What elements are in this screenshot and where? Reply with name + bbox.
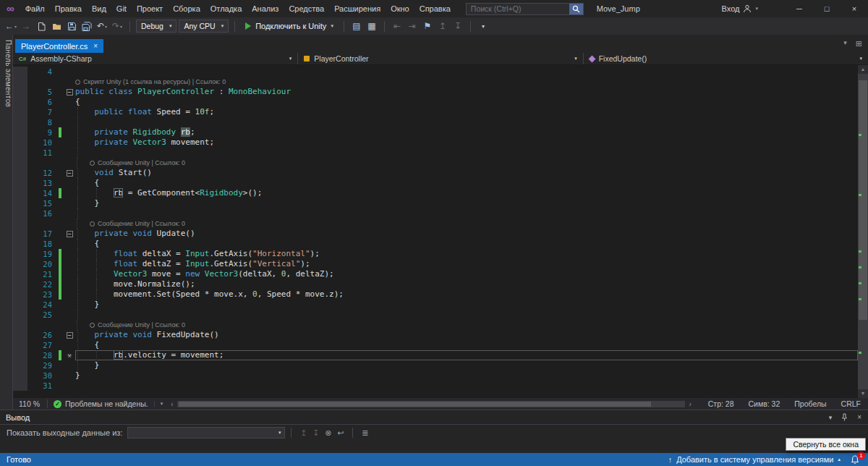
health-indicator-caret-icon[interactable]: ▾ [154, 401, 169, 407]
code-lines[interactable]: 4Скрипт Unity (1 ссылка на ресурсы) | Сс… [13, 65, 858, 398]
code-line[interactable]: 5−public class PlayerController : MonoBe… [13, 87, 858, 97]
window-layout-icon[interactable]: ⊞ [856, 39, 862, 48]
breakpoint-margin[interactable] [13, 381, 27, 391]
collapse-region-icon[interactable]: − [67, 89, 73, 96]
breakpoint-margin[interactable] [13, 370, 27, 381]
breakpoint-margin[interactable] [13, 259, 27, 269]
breakpoint-margin[interactable] [13, 168, 27, 178]
breakpoint-margin[interactable] [13, 239, 27, 249]
menu-item[interactable]: Анализ [247, 0, 284, 17]
tab-close-icon[interactable]: × [93, 43, 98, 50]
code-line[interactable]: 26− private void FixedUpdate() [13, 330, 858, 340]
problems-indicator[interactable]: ✓ Проблемы не найдены. [47, 399, 154, 408]
scroll-down-icon[interactable]: ▼ [861, 389, 866, 398]
fold-margin[interactable] [64, 188, 75, 198]
clear-all-icon[interactable]: ⊗ [322, 428, 334, 438]
codelens-row[interactable]: Сообщение Unity | Ссылок: 0 [13, 158, 858, 168]
code-line[interactable]: 20 float deltaZ = Input.GetAxis("Vertica… [13, 259, 858, 269]
word-wrap-icon[interactable]: ↩ [334, 428, 346, 438]
hscrollbar-thumb[interactable] [179, 402, 652, 407]
scroll-up-icon[interactable]: ▲ [861, 65, 866, 74]
save-icon[interactable] [65, 19, 78, 33]
cursor-line-indicator[interactable]: Стр: 28 [708, 399, 734, 408]
fold-margin[interactable] [64, 360, 75, 370]
line-ending-indicator[interactable]: CRLF [841, 399, 861, 408]
hscroll-right-icon[interactable]: › [686, 400, 693, 408]
quick-actions-icon[interactable]: ⚒ [67, 350, 71, 360]
search-input[interactable] [467, 4, 569, 14]
fold-margin[interactable] [64, 208, 75, 219]
project-dropdown[interactable]: C# Assembly-CSharp ▾ [13, 53, 298, 64]
attach-to-unity-button[interactable]: Подключить к Unity ▾ [241, 19, 338, 33]
properties-window-icon[interactable]: ▦ [365, 19, 378, 33]
close-output-icon[interactable]: × [857, 413, 861, 421]
menu-item[interactable]: Проект [132, 0, 168, 17]
scrollbar-track[interactable] [858, 74, 868, 389]
code-line[interactable]: 15 } [13, 198, 858, 208]
breakpoint-margin[interactable] [13, 67, 27, 77]
output-source-select[interactable]: ▾ [127, 427, 285, 439]
menu-item[interactable]: Правка [50, 0, 87, 17]
codelens-text[interactable]: Сообщение Unity | Ссылок: 0 [98, 159, 185, 166]
toolbar-overflow-icon[interactable]: ▾ [477, 19, 490, 33]
fold-margin[interactable] [64, 289, 75, 300]
platform-select[interactable]: Any CPU ▾ [179, 20, 229, 33]
breakpoint-margin[interactable] [13, 229, 27, 239]
code-line[interactable]: 11 [13, 148, 858, 158]
fold-margin[interactable]: − [64, 87, 75, 97]
quick-search[interactable] [466, 3, 584, 15]
code-line[interactable]: 27 { [13, 340, 858, 350]
fold-margin[interactable] [64, 137, 75, 148]
debug-configuration-select[interactable]: Debug ▾ [136, 20, 176, 33]
fold-margin[interactable] [64, 127, 75, 137]
menu-item[interactable]: Сборка [168, 0, 205, 17]
save-all-icon[interactable] [80, 19, 93, 33]
codelens-row[interactable]: Скрипт Unity (1 ссылка на ресурсы) | Ссы… [13, 77, 858, 87]
fold-margin[interactable] [64, 300, 75, 310]
breakpoint-margin[interactable] [13, 107, 27, 117]
fold-margin[interactable] [64, 67, 75, 77]
fold-margin[interactable] [64, 259, 75, 269]
breakpoint-margin[interactable] [13, 137, 27, 148]
breakpoint-margin[interactable] [13, 158, 27, 168]
collapse-region-icon[interactable]: − [67, 170, 73, 177]
breakpoint-margin[interactable] [13, 219, 27, 229]
close-button[interactable]: × [841, 0, 868, 17]
menu-item[interactable]: Git [111, 0, 132, 17]
fold-margin[interactable] [64, 158, 75, 168]
fold-margin[interactable] [64, 117, 75, 127]
minimize-button[interactable]: ─ [786, 0, 813, 17]
menu-item[interactable]: Файл [20, 0, 50, 17]
code-line[interactable]: 10 private Vector3 movement; [13, 137, 858, 148]
codelens-text[interactable]: Сообщение Unity | Ссылок: 0 [98, 220, 185, 227]
codelens-row[interactable]: Сообщение Unity | Ссылок: 0 [13, 320, 858, 330]
code-line[interactable]: 23 movement.Set(Speed * move.x, 0, Speed… [13, 289, 858, 300]
add-to-source-control-button[interactable]: ↑ Добавить в систему управления версиями… [668, 455, 841, 464]
breakpoint-margin[interactable] [13, 330, 27, 340]
fold-margin[interactable] [64, 107, 75, 117]
output-options-caret-icon[interactable]: ▾ [829, 414, 833, 421]
restore-button[interactable]: □ [813, 0, 841, 17]
fold-margin[interactable]: − [64, 229, 75, 239]
menu-item[interactable]: Вид [87, 0, 111, 17]
hscroll-left-icon[interactable]: ‹ [169, 400, 175, 408]
code-line[interactable]: 4 [13, 67, 858, 77]
breakpoint-margin[interactable] [13, 198, 27, 208]
next-bookmark-icon[interactable]: ↧ [451, 19, 464, 33]
tab-playercontroller[interactable]: PlayerController.cs × [15, 39, 103, 53]
indentation-indicator[interactable]: Пробелы [794, 399, 826, 408]
cursor-column-indicator[interactable]: Симв: 32 [749, 399, 780, 408]
fold-margin[interactable]: − [64, 330, 75, 340]
previous-bookmark-icon[interactable]: ↥ [436, 19, 449, 33]
breakpoint-margin[interactable] [13, 360, 27, 370]
code-line[interactable]: 9 private Rigidbody rb; [13, 127, 858, 137]
code-line[interactable]: 7 public float Speed = 10f; [13, 107, 858, 117]
fold-margin[interactable] [64, 320, 75, 330]
breakpoint-margin[interactable] [13, 279, 27, 289]
output-content[interactable] [0, 441, 868, 453]
code-line[interactable]: 14 rb = GetComponent<Rigidbody>(); [13, 188, 858, 198]
tab-list-caret-icon[interactable]: ▾ [843, 39, 847, 48]
menu-item[interactable]: Средства [284, 0, 329, 17]
breakpoint-margin[interactable] [13, 208, 27, 219]
menu-item[interactable]: Отладка [205, 0, 247, 17]
